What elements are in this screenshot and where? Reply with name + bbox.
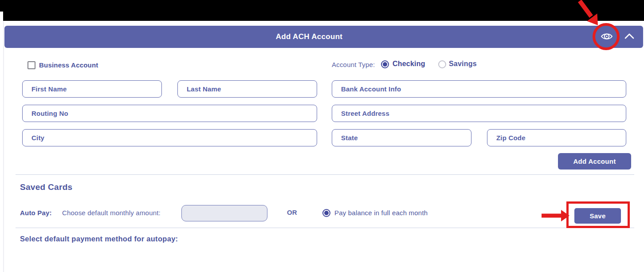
auto-pay-label: Auto Pay: (20, 209, 52, 217)
business-account-checkbox[interactable] (27, 61, 35, 69)
zip-code-input[interactable] (487, 129, 626, 146)
or-label: OR (287, 209, 297, 216)
select-method-label: Select default payment method for autopa… (20, 235, 178, 243)
saved-cards-heading: Saved Cards (20, 182, 72, 192)
save-button[interactable]: Save (574, 208, 621, 224)
routing-no-input[interactable] (22, 105, 317, 122)
top-black-bar (0, 0, 644, 21)
radio-checking-label[interactable]: Checking (393, 60, 425, 68)
top-bar-notch (0, 12, 3, 21)
radio-pay-balance[interactable] (322, 209, 330, 217)
street-address-input[interactable] (332, 105, 626, 122)
radio-savings-label[interactable]: Savings (449, 60, 477, 68)
bank-account-info-input[interactable] (332, 80, 626, 98)
city-input[interactable] (22, 129, 317, 146)
panel-title: Add ACH Account (4, 26, 614, 48)
add-account-button[interactable]: Add Account (558, 153, 631, 170)
chevron-up-icon[interactable] (624, 33, 635, 41)
business-account-label: Business Account (39, 61, 98, 69)
radio-checking[interactable] (381, 60, 389, 68)
radio-savings[interactable] (438, 60, 446, 68)
monthly-amount-input[interactable] (181, 205, 267, 221)
first-name-input[interactable] (22, 80, 162, 98)
divider (16, 174, 634, 175)
state-input[interactable] (332, 129, 471, 146)
monthly-amount-label: Choose default monthly amount: (62, 209, 161, 217)
account-type-label: Account Type: (332, 61, 375, 68)
last-name-input[interactable] (177, 80, 317, 98)
pay-balance-label[interactable]: Pay balance in full each month (334, 209, 428, 217)
panel-header: Add ACH Account (4, 26, 643, 48)
content-left-edge (3, 21, 4, 272)
eye-icon[interactable] (600, 31, 613, 43)
divider (16, 228, 634, 228)
